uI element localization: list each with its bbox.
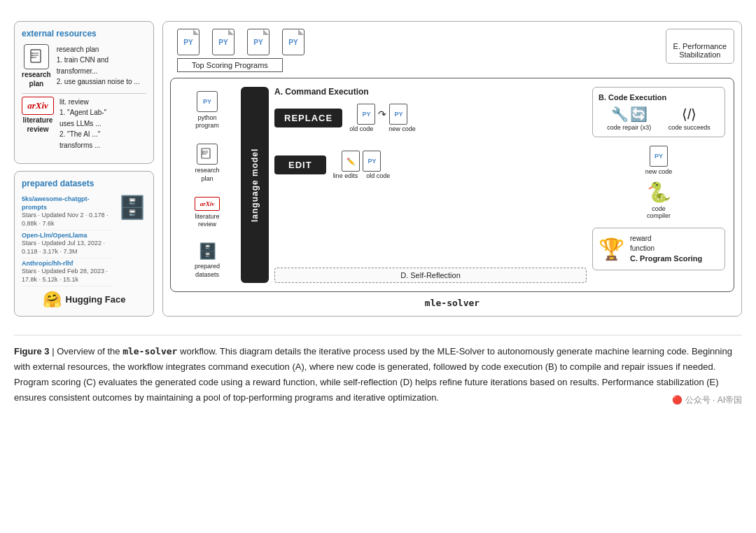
top-scoring-label: Top Scoring Programs [177,58,283,72]
arxiv-small-icon: arXiv [195,197,220,211]
new-code-item: PY new code [645,146,673,175]
edit-lines-icon: ✏️ [342,151,360,172]
old-code-label1: old code [349,125,373,132]
db-small-icon: 🗄️ [198,242,217,261]
code-pair: PY ↷ PY old code new code [349,104,416,132]
main-container: external resources [14,14,742,408]
literature-review-text: lit. review 1. "Agent Lab-" uses LLMs ..… [59,97,106,151]
replace-button: REPLACE [274,109,342,127]
research-icon [24,44,49,69]
mle-solver-inline: mle-solver [122,346,177,357]
database-icon: 🗄️ [118,194,146,221]
svg-point-4 [31,53,33,54]
watermark: 🔴 公众号 · AI帝国 [672,393,742,407]
trophy-icon: 🏆 [598,237,624,261]
top-row: PY PY PY PY Top Scoring Programs [170,29,734,72]
dataset-item-1: 5ks/awesome-chatgpt-prompts Stars · Upda… [22,194,113,230]
section-b-label: B. Code Execution [598,93,719,102]
inner-diagram: PY pythonprogram [170,78,734,292]
plan-label: plan [29,80,44,88]
old-code-pair: PY ↷ PY old code new code [349,104,416,132]
code-exec-icons: 🔧 🔄 code repair (x3) ⟨/⟩ code succeeds [598,106,719,131]
research-label: research [22,71,51,78]
py-file-3: PY [247,29,270,55]
py-files-row: PY PY PY PY [170,29,659,55]
svg-rect-7 [202,148,210,158]
program-scoring-box: 🏆 reward function C. Program Scoring [592,228,725,270]
compiler-item: 🐍 code compiler [647,181,671,219]
code-succeeds-label: code succeeds [668,124,710,131]
scoring-text: reward function C. Program Scoring [630,234,702,264]
external-resources-panel: external resources [14,21,154,164]
caption-separator: | [50,346,57,357]
right-side: B. Code Execution 🔧 🔄 code repair (x3) [592,87,725,283]
python-program-input: PY pythonprogram [179,91,235,130]
center-area: A. Command Execution REPLACE PY ↷ [274,87,587,283]
old-code-py2: PY [363,151,381,172]
new-code-py-main: PY [650,146,668,167]
research-plan-icon [197,144,218,165]
edit-pair: ✏️ PY line edits old code [333,151,391,179]
svg-point-12 [202,152,204,153]
py-file-1: PY [177,29,200,55]
input-column: PY pythonprogram [179,87,235,283]
compiler-label: code compiler [647,205,671,219]
old-code-label2: old code [366,172,390,179]
wrench-icon: 🔧 [611,106,629,123]
old-code-py: PY [357,104,375,125]
self-reflection-wrapper: D. Self-Reflection [274,265,587,283]
mle-solver-label: mle-solver [170,298,734,308]
arxiv-icon: arXiv [22,97,54,115]
edit-button: EDIT [274,155,326,174]
caption: Figure 3 | Overview of the mle-solver wo… [14,335,742,408]
swap-arrow: ↷ [378,109,386,120]
literature-label: literature [23,116,53,124]
literature-review-item: arXiv literature review lit. review 1. "… [22,97,146,151]
prepared-datasets-title: prepared datasets [22,179,146,188]
right-diagram: PY PY PY PY Top Scoring Programs [162,21,742,317]
dataset-item-2: Open-Llm/OpenLlama Stars · Updated Jul 1… [22,230,113,258]
research-plan-input-label: researchplan [195,167,219,183]
research-plan-text: research plan 1. train CNN and transform… [57,44,146,88]
line-edits-label: line edits [333,172,358,179]
py-program-icon: PY [197,91,218,112]
external-resources-title: external resources [22,29,146,39]
python-program-label: pythonprogram [195,114,219,130]
py-icon-1: PY [177,29,200,55]
code-exec-box: B. Code Execution 🔧 🔄 code repair (x3) [592,87,725,137]
py-file-4: PY [282,29,304,55]
diagram-area: external resources [14,14,742,324]
datasets-input: 🗄️ prepareddatasets [179,242,235,279]
svg-point-5 [31,55,33,56]
hugging-face-label: 🤗 Hugging Face [22,291,146,309]
edit-row: EDIT ✏️ PY line edits old [274,151,587,179]
py-icon-3: PY [247,29,270,55]
refresh-icon: 🔄 [630,106,648,123]
py-icon-4: PY [282,29,304,55]
py-file-2: PY [212,29,234,55]
fig-label: Figure 3 [14,346,50,357]
divider [22,93,146,94]
new-code-label1: new code [388,125,416,132]
reward-function-label: reward function [630,235,654,252]
new-code-label-main: new code [645,168,673,175]
prepared-datasets-panel: prepared datasets 5ks/awesome-chatgpt-pr… [14,171,154,317]
svg-point-6 [31,57,33,58]
code-repair-item: 🔧 🔄 code repair (x3) [607,106,651,131]
self-reflection-box: D. Self-Reflection [274,268,587,283]
review-label: review [27,125,48,133]
dataset-item-3: Anthropic/hh-rlhf Stars · Updated Feb 28… [22,258,113,286]
svg-rect-0 [31,50,41,62]
datasets-content: 5ks/awesome-chatgpt-prompts Stars · Upda… [22,194,146,286]
datasets-input-label: prepareddatasets [195,263,220,279]
language-model-box: language model [241,87,269,283]
section-c-label: C. Program Scoring [630,254,702,263]
new-code-py1: PY [389,104,407,125]
inner-content: PY pythonprogram [179,87,725,283]
research-plan-input: researchplan [179,144,235,183]
code-icon: ⟨/⟩ [682,106,697,123]
section-a-label: A. Command Execution [274,87,587,97]
left-panel: external resources [14,21,154,317]
code-repair-label: code repair (x3) [607,124,651,131]
svg-point-13 [202,153,204,155]
